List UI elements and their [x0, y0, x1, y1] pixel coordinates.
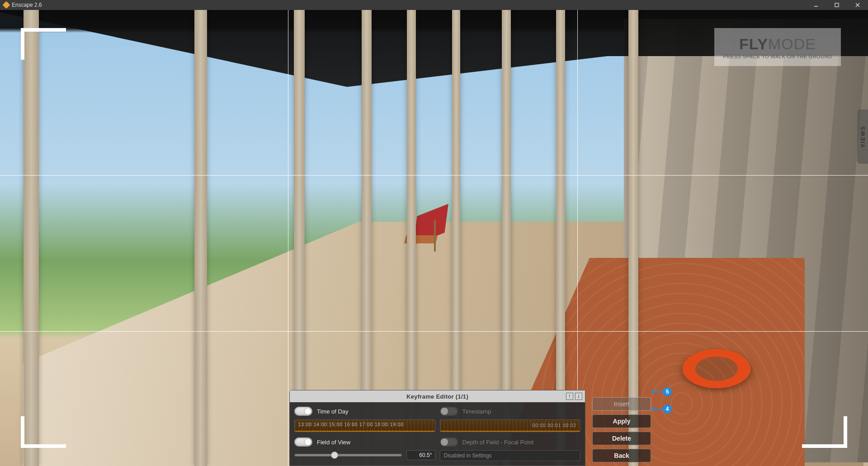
time-of-day-toggle[interactable]: [294, 407, 312, 416]
slider-thumb[interactable]: [331, 452, 338, 459]
keyframe-editor-left-column: Time of Day 13:00 14:00 15:00 16:00 17:0…: [294, 406, 435, 461]
title-bar: Enscape 2.6: [0, 0, 868, 10]
depth-of-field-label: Depth of Field - Focal Point: [462, 439, 534, 446]
time-of-day-label: Time of Day: [317, 408, 349, 415]
insert-button[interactable]: Insert: [592, 397, 651, 411]
timestamp-toggle[interactable]: [440, 407, 458, 416]
insert-button-label: Insert: [613, 400, 629, 408]
window-title: Enscape 2.6: [12, 2, 42, 8]
flymode-subtitle: PRESS SPACE TO WALK ON THE GROUND: [723, 54, 832, 59]
field-of-view-slider[interactable]: [294, 454, 402, 456]
keyframe-action-buttons: Insert Apply Delete Back: [592, 397, 651, 466]
field-of-view-label: Field of View: [317, 439, 350, 446]
composition-grid-line: [0, 175, 868, 176]
delete-button[interactable]: Delete: [592, 432, 651, 445]
annotation-pointer-5: 5: [652, 387, 672, 396]
warning-icon[interactable]: !: [566, 393, 573, 400]
flymode-title: FLYMODE: [739, 35, 816, 53]
svg-rect-1: [835, 3, 839, 7]
views-side-tab[interactable]: VIEWS: [857, 109, 868, 164]
timestamp-ruler-labels: 00:00 00:01 00:02: [532, 423, 576, 428]
safe-frame-corner: [21, 416, 66, 448]
close-button[interactable]: [847, 0, 868, 10]
apply-button-label: Apply: [613, 418, 631, 425]
app-icon: [3, 1, 10, 9]
maximize-button[interactable]: [826, 0, 847, 10]
time-of-day-ruler[interactable]: 13:00 14:00 15:00 16:00 17:00 18:00 19:0…: [294, 419, 435, 432]
timestamp-label: Timestamp: [462, 408, 491, 415]
composition-grid-line: [288, 10, 288, 466]
apply-button[interactable]: Apply: [592, 414, 651, 428]
info-icon[interactable]: i: [575, 393, 582, 400]
render-viewport[interactable]: FLYMODE PRESS SPACE TO WALK ON THE GROUN…: [0, 10, 868, 466]
annotation-bubble: 5: [663, 387, 672, 396]
depth-of-field-toggle[interactable]: [440, 437, 458, 447]
annotation-pointer-4: 4: [652, 404, 672, 414]
viewport-pool-ring: [683, 349, 750, 388]
viewport-pillar: [194, 10, 207, 466]
delete-button-label: Delete: [612, 435, 631, 442]
keyframe-editor-panel: Keyframe Editor (1/1) ! i Time of Day 13…: [289, 390, 585, 466]
annotation-bubble: 4: [663, 404, 672, 414]
keyframe-editor-header[interactable]: Keyframe Editor (1/1) ! i: [290, 390, 585, 402]
viewport-pillar: [24, 10, 39, 466]
back-button-label: Back: [614, 452, 629, 459]
field-of-view-value[interactable]: [406, 450, 435, 460]
timestamp-ruler[interactable]: 00:00 00:01 00:02: [440, 419, 581, 432]
minimize-button[interactable]: [806, 0, 826, 10]
flymode-title-light: MODE: [768, 35, 816, 52]
back-button[interactable]: Back: [592, 449, 651, 462]
keyframe-editor-right-column: Timestamp 00:00 00:01 00:02 Depth of Fie…: [440, 406, 581, 461]
window-controls: [806, 0, 868, 10]
time-of-day-ruler-labels: 13:00 14:00 15:00 16:00 17:00 18:00 19:0…: [298, 422, 404, 427]
safe-frame-corner: [802, 416, 847, 448]
keyframe-editor-title: Keyframe Editor (1/1): [406, 393, 468, 400]
flymode-title-strong: FLY: [739, 35, 768, 52]
safe-frame-corner: [21, 28, 66, 60]
flymode-overlay: FLYMODE PRESS SPACE TO WALK ON THE GROUN…: [714, 28, 841, 66]
views-label: VIEWS: [860, 126, 866, 148]
depth-of-field-info: Disabled in Settings: [440, 450, 581, 461]
composition-grid-line: [0, 331, 868, 332]
field-of-view-toggle[interactable]: [294, 437, 312, 447]
